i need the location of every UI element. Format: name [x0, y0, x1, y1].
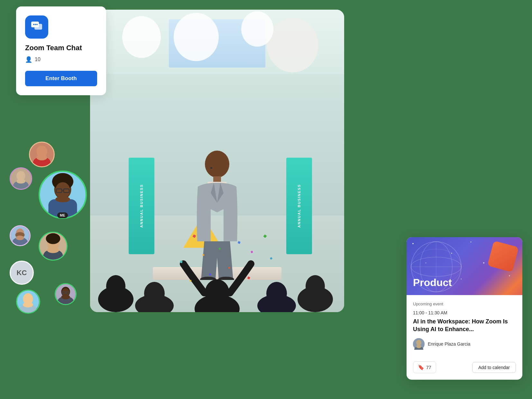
event-card: Product Upcoming event 11:00 - 11:30 AM …: [407, 237, 522, 380]
attendees-count: 10: [35, 57, 41, 62]
svg-point-36: [36, 154, 47, 161]
svg-point-88: [416, 340, 421, 346]
svg-point-49: [55, 196, 70, 202]
svg-point-18: [144, 282, 165, 305]
svg-point-16: [205, 279, 229, 306]
chat-bubbles-icon: [30, 21, 43, 33]
svg-point-4: [36, 24, 38, 25]
event-speaker-row: Enrique Plaza Garcia: [413, 338, 516, 350]
event-card-footer: 🔖 77 Add to calendar: [407, 361, 522, 380]
svg-point-63: [23, 302, 33, 308]
svg-point-3: [35, 24, 36, 25]
bookmark-count: 77: [426, 365, 431, 370]
svg-point-82: [426, 263, 427, 264]
svg-point-10: [210, 167, 212, 169]
svg-point-81: [451, 253, 452, 254]
event-time: 11:00 - 11:30 AM: [413, 310, 516, 315]
event-card-header: Product: [407, 237, 522, 295]
audience: [90, 209, 344, 312]
svg-point-71: [61, 295, 70, 300]
event-name: AI in the Workspace: How Zoom Is Using A…: [413, 318, 516, 333]
avatar-2: [10, 167, 32, 190]
balloon-4: [241, 11, 273, 47]
svg-point-84: [509, 275, 510, 276]
svg-point-2: [33, 24, 34, 25]
svg-point-90: [416, 345, 421, 348]
avatar-kc: KC: [10, 261, 34, 285]
avatar-5: [39, 232, 68, 261]
svg-point-83: [483, 262, 484, 264]
booth-card: Zoom Team Chat 👤 10 Enter Booth: [16, 6, 106, 95]
zoom-chat-icon: [25, 15, 48, 39]
avatar-1: [29, 142, 55, 167]
svg-point-44: [55, 182, 70, 198]
upcoming-label: Upcoming event: [413, 302, 516, 306]
avatars-cluster: ME KC: [10, 142, 119, 328]
speaker-name: Enrique Plaza Garcia: [428, 341, 470, 347]
person-icon: 👤: [25, 56, 32, 63]
svg-point-54: [16, 236, 24, 240]
svg-point-59: [47, 247, 59, 253]
bookmark-icon: 🔖: [418, 364, 424, 370]
balloon-1: [122, 16, 161, 58]
add-to-calendar-button[interactable]: Add to calendar: [472, 362, 516, 373]
avatar-7: [16, 290, 40, 314]
svg-point-40: [16, 179, 25, 184]
booth-title: Zoom Team Chat: [25, 44, 97, 52]
svg-point-57: [46, 233, 60, 244]
balloon-3: [267, 18, 318, 72]
speaker-avatar: [413, 338, 425, 350]
svg-point-14: [306, 275, 325, 298]
kc-initials: KC: [17, 269, 27, 277]
svg-point-5: [205, 151, 229, 178]
conference-image: ANNUAL BUSINESS ANNUAL BUSINESS: [90, 10, 344, 312]
avatar-4: [10, 225, 31, 246]
enter-booth-button[interactable]: Enter Booth: [25, 71, 97, 86]
svg-point-85: [461, 279, 462, 280]
svg-point-79: [471, 242, 472, 243]
booth-attendees: 👤 10: [25, 56, 97, 63]
balloon-2: [174, 13, 219, 61]
bookmark-count-container: 🔖 77: [413, 361, 436, 373]
event-card-body: Upcoming event 11:00 - 11:30 AM AI in th…: [407, 295, 522, 361]
event-card-product-title: Product: [413, 277, 452, 289]
svg-point-78: [412, 243, 414, 244]
avatar-8: [55, 283, 77, 305]
svg-point-20: [266, 282, 287, 305]
me-badge: ME: [57, 212, 68, 218]
avatar-me: [39, 171, 87, 219]
